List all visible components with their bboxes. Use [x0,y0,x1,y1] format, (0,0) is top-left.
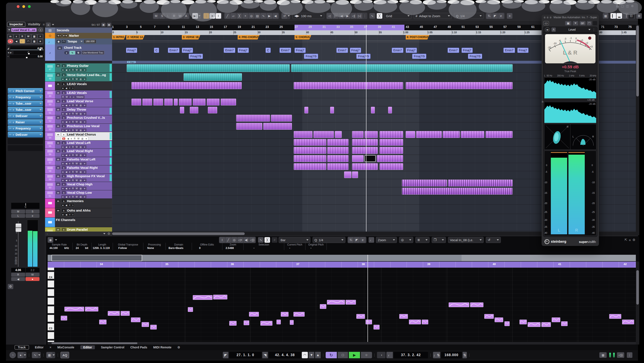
mute-button[interactable]: m [56,99,60,103]
audio-event[interactable] [380,147,403,154]
toolbar-menu-button[interactable]: ≡ [507,13,512,19]
info-column[interactable]: Bit Depth 24bit [72,243,92,250]
goto-left-locator-icon[interactable]: ◤ [223,352,228,358]
solo-button[interactable]: s [62,191,66,194]
track-row[interactable]: m s FX Channels ● ◀ e R W ▥ ∗ ● [45,218,112,227]
freeze-icon[interactable]: ∗ [84,78,85,80]
audio-menu-icon[interactable] [38,354,40,356]
audio-event[interactable] [207,99,220,106]
track-row[interactable]: m s LEAD Vocals ● ◀ e R W ▥ ∗ ● [45,82,112,90]
audio-event[interactable] [174,99,178,106]
audio-event[interactable] [344,171,352,178]
audio-event[interactable] [330,107,334,113]
track-row[interactable]: 51 m s Delay Throw ● ◀ e R W ▥ ∗ [45,107,112,115]
preset-browser-icon[interactable]: ▭ [543,21,549,25]
record-enable-button[interactable]: ● [62,69,64,71]
info-column[interactable]: Zoom 2.5488 [222,243,244,250]
audio-event[interactable] [352,171,358,178]
lanes-icon[interactable]: ▥ [80,196,82,198]
transport-menu-icon[interactable]: ⋮ [627,352,632,358]
info-column[interactable]: Global Transpose Follow [113,243,144,250]
track-row[interactable]: 49 m s LEAD Vocals ● ◀ e R W ▥ ∗ [45,90,112,99]
chord-event[interactable]: Fmaj7/9 [468,54,482,59]
cycle-button[interactable]: ↻ [326,352,337,358]
monitor-button[interactable]: ◀ [66,196,67,198]
editor-quantize-dropdown[interactable]: Q1/4 [312,237,346,243]
lanes-icon[interactable]: ▥ [80,121,82,123]
note-segment[interactable] [142,322,149,327]
play-tool[interactable]: ▶ [266,13,272,19]
audio-event[interactable] [294,147,326,154]
use-monitored-tracks-button[interactable]: Use Monitored Trac [82,51,104,55]
track-layers-dropdown[interactable]: ≣ [416,237,430,243]
pause-icon[interactable]: ▮▮ [545,27,550,32]
track-title-row[interactable]: Lead Vocal C...us e [7,27,44,33]
edit-channel-icon[interactable]: e [69,146,70,148]
chord-event[interactable]: Fmaj7/9 [412,54,426,59]
audio-event[interactable] [335,131,342,138]
tempo-track-icon[interactable]: ♩⇅ [433,352,440,358]
note-segment[interactable] [552,317,560,322]
edit-insert-icon[interactable]: e [13,102,14,105]
freeze-icon[interactable]: ∗ [85,137,87,140]
phase-icon[interactable]: ≈ [72,87,74,89]
freeze-icon[interactable]: ∗ [84,129,85,131]
track-row[interactable]: 52 m s Prechorus Crushed V...ls ● ◀ e R … [45,115,112,124]
mute-button[interactable]: m [56,209,60,212]
goto-right-locator-icon[interactable]: ◥ [262,352,268,358]
marker-event[interactable]: 6: POST-CHORUS [406,35,429,40]
solo-button[interactable]: s [62,124,66,128]
note-segment[interactable] [131,317,140,322]
meter-peak-value[interactable]: 2.2 [26,268,40,272]
level-meters[interactable]: L R [544,151,596,236]
iterative-quantize-icon[interactable]: ¾ [486,13,492,19]
audio-event[interactable] [142,99,152,106]
chord-event[interactable]: Emin7 [392,48,403,53]
add-track-button[interactable]: + [46,23,51,27]
freeze-icon[interactable]: ∗ [84,179,85,182]
solo-button[interactable]: s [62,174,66,178]
edit-insert-icon[interactable]: e [13,90,14,92]
bypass-insert-icon[interactable]: ▭ [9,96,11,99]
edit-channel-icon[interactable]: e [70,96,71,98]
edit-channel-icon[interactable]: e [69,104,70,107]
audio-event[interactable] [380,163,403,170]
info-column[interactable]: Length 1259. 3. 3.119 [92,243,113,250]
left-locator-value[interactable]: 27. 1. 1. 0 [229,352,262,358]
note-segment[interactable] [229,321,236,326]
play-tool[interactable]: ◁)) [250,237,255,243]
chord-event[interactable]: Emin7 [168,48,180,53]
note-segment[interactable] [449,302,469,307]
minimize-window-button[interactable] [22,5,25,8]
plugin-close-icon[interactable] [544,17,546,19]
length-quantize-icon[interactable]: ♩ [368,237,374,243]
stop-button[interactable]: □ [338,352,348,358]
lanes-icon[interactable]: ▥ [81,137,83,140]
link-icon[interactable]: ∞ [73,96,74,98]
edit-channel-icon[interactable]: e [69,162,70,165]
snapshot-camera-icon[interactable]: ▣ [565,21,572,25]
lower-zone-gear-icon[interactable]: ⚙ [178,345,180,349]
mute-button[interactable]: m [56,124,60,128]
main-volume-icon[interactable]: ◁)) [617,352,624,358]
record-enable-button[interactable]: ● [62,129,64,131]
editor-vscrollbar[interactable] [636,262,639,344]
chord-event[interactable]: Emin7 [336,48,348,53]
audio-event[interactable] [193,99,206,106]
mute-button[interactable]: m [56,108,60,111]
audio-quantize-button[interactable]: AQ [60,352,69,358]
note-segment[interactable] [422,320,428,324]
audio-event[interactable] [236,123,262,130]
solo-button[interactable]: s [62,157,66,161]
write-button[interactable]: W [76,154,78,156]
record-enable-button[interactable]: ● [26,277,40,281]
musical-mode-icon[interactable]: ♩ [20,39,25,43]
lower-zone-button[interactable]: ▂ [616,13,622,19]
lanes-icon[interactable]: ▥ [80,104,82,107]
tab-chord-pads[interactable]: Chord Pads [130,345,147,349]
edit-insert-icon[interactable]: e [13,115,14,117]
edit-channel-icon[interactable]: e [69,179,70,182]
monitor-button[interactable]: ◀ [66,187,67,190]
insert-menu-icon[interactable] [40,90,42,92]
lanes-icon[interactable]: ▥ [80,129,82,131]
